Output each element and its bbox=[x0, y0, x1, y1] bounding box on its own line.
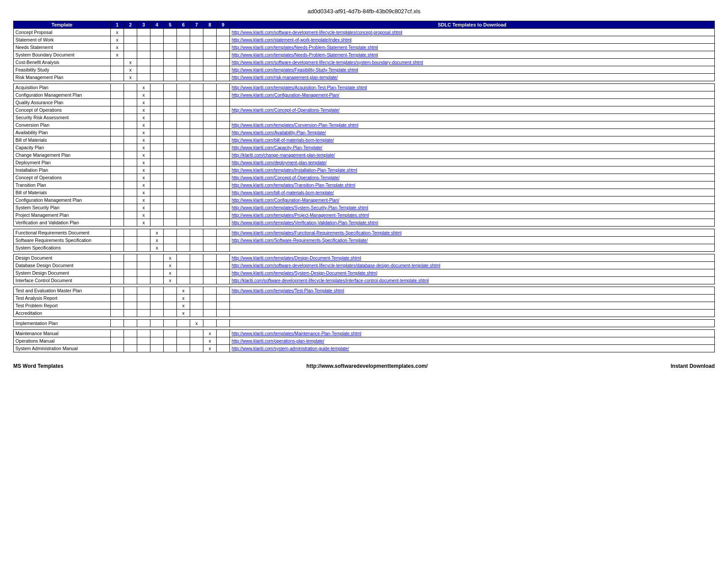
table-row: Risk Management Planxhttp://www.klariti.… bbox=[14, 74, 715, 81]
sdlc-link-cell[interactable]: http://www.klariti.com/templates/Project… bbox=[230, 212, 715, 219]
phase-9-cell bbox=[217, 254, 230, 262]
sdlc-link-cell[interactable]: http://www.klariti.com/templates/Install… bbox=[230, 166, 715, 174]
phase-6-cell bbox=[177, 237, 190, 244]
sdlc-link[interactable]: http://www.klariti.com/templates/Needs-P… bbox=[232, 45, 378, 50]
phase-7-cell bbox=[190, 136, 203, 144]
sdlc-link[interactable]: http://www.klariti.com/templates/System-… bbox=[232, 205, 368, 210]
sdlc-link[interactable]: http://www.klariti.com/software-developm… bbox=[232, 263, 440, 268]
sdlc-link-cell[interactable]: http://www.klariti.com/templates/Functio… bbox=[230, 229, 715, 237]
phase-8-cell bbox=[203, 212, 217, 219]
phase-5-cell bbox=[164, 196, 177, 204]
sdlc-link-cell[interactable]: http://www.klariti.com/software-developm… bbox=[230, 29, 715, 36]
sdlc-link-cell[interactable]: http://www.klariti.com/statement-of-work… bbox=[230, 36, 715, 44]
table-row: Security Risk Assessmentx bbox=[14, 114, 715, 121]
sdlc-link[interactable]: http://klariti.com/software-development-… bbox=[232, 278, 429, 283]
phase-2-cell bbox=[124, 244, 137, 252]
sdlc-link-cell[interactable]: http://www.klariti.com/templates/System-… bbox=[230, 269, 715, 277]
sdlc-link-cell[interactable]: http://www.klariti.com/Capacity-Plan-Tem… bbox=[230, 144, 715, 151]
sdlc-link[interactable]: http://www.klariti.com/bill-of-materials… bbox=[232, 138, 334, 143]
sdlc-link-cell[interactable]: http://www.klariti.com/templates/System-… bbox=[230, 204, 715, 212]
sdlc-link[interactable]: http://www.klariti.com/templates/Acquisi… bbox=[232, 85, 367, 90]
sdlc-link[interactable]: http://www.klariti.com/operations-plan-t… bbox=[232, 339, 324, 344]
sdlc-link[interactable]: http://www.klariti.com/templates/Feasibi… bbox=[232, 68, 358, 72]
sdlc-link-cell[interactable]: http://www.klariti.com/templates/Needs-P… bbox=[230, 51, 715, 59]
phase-9-cell bbox=[217, 345, 230, 352]
sdlc-link-cell[interactable]: http://www.klariti.com/software-developm… bbox=[230, 59, 715, 66]
sdlc-link-cell[interactable]: http://www.klariti.com/templates/Test-Pl… bbox=[230, 287, 715, 295]
sdlc-link[interactable]: http://www.klariti.com/software-developm… bbox=[232, 30, 402, 35]
sdlc-link[interactable]: http://www.klariti.com/Capacity-Plan-Tem… bbox=[232, 145, 323, 150]
sdlc-link-cell[interactable]: http://www.klariti.com/Availability-Plan… bbox=[230, 129, 715, 136]
sdlc-link[interactable]: http://www.klariti.com/Concept-of-Operat… bbox=[232, 108, 340, 113]
phase-2-cell bbox=[124, 159, 137, 166]
phase-9-cell bbox=[217, 121, 230, 129]
phase-8-cell bbox=[203, 302, 217, 310]
phase-1-cell bbox=[111, 244, 124, 252]
sdlc-link-cell[interactable]: http://www.klariti.com/operations-plan-t… bbox=[230, 337, 715, 345]
sdlc-link-cell[interactable]: http://www.klariti.com/Concept-of-Operat… bbox=[230, 106, 715, 114]
sdlc-link[interactable]: http://www.klariti.com/templates/System-… bbox=[232, 271, 377, 276]
phase-6-cell bbox=[177, 219, 190, 227]
sdlc-link[interactable]: http://www.klariti.com/templates/Needs-P… bbox=[232, 53, 378, 57]
sdlc-link-cell[interactable]: http://klariti.com/software-development-… bbox=[230, 277, 715, 284]
template-name: Project Management Plan bbox=[14, 212, 111, 219]
sdlc-link-cell[interactable]: http://www.klariti.com/templates/Feasibi… bbox=[230, 66, 715, 74]
sdlc-link-cell[interactable]: http://www.klariti.com/templates/Verific… bbox=[230, 219, 715, 227]
sdlc-link[interactable]: http://www.klariti.com/Software-Requirem… bbox=[232, 238, 368, 243]
phase-7-cell bbox=[190, 189, 203, 196]
sdlc-link[interactable]: http://klariti.com/change-management-pla… bbox=[232, 153, 335, 158]
phase-7-cell bbox=[190, 166, 203, 174]
sdlc-link-cell[interactable]: http://klariti.com/change-management-pla… bbox=[230, 151, 715, 159]
sdlc-link-cell[interactable]: http://www.klariti.com/templates/Needs-P… bbox=[230, 44, 715, 51]
sdlc-link[interactable]: http://www.klariti.com/templates/Mainten… bbox=[232, 331, 361, 336]
sdlc-link-cell[interactable]: http://www.klariti.com/templates/Mainten… bbox=[230, 330, 715, 337]
phase-7-cell bbox=[190, 121, 203, 129]
sdlc-link[interactable]: http://www.klariti.com/system-administra… bbox=[232, 346, 349, 351]
sdlc-link[interactable]: http://www.klariti.com/templates/Test-Pl… bbox=[232, 288, 344, 293]
phase-6-cell bbox=[177, 269, 190, 277]
phase-5-cell bbox=[164, 74, 177, 81]
sdlc-link-cell[interactable]: http://www.klariti.com/deployment-plan-t… bbox=[230, 159, 715, 166]
phase-2-cell bbox=[124, 212, 137, 219]
phase-5-cell bbox=[164, 91, 177, 99]
sdlc-link[interactable]: http://www.klariti.com/Concept-of-Operat… bbox=[232, 175, 340, 180]
sdlc-link[interactable]: http://www.klariti.com/templates/Convers… bbox=[232, 123, 358, 128]
sdlc-link[interactable]: http://www.klariti.com/templates/Project… bbox=[232, 213, 369, 218]
phase-9-cell bbox=[217, 91, 230, 99]
sdlc-link[interactable]: http://www.klariti.com/templates/Design-… bbox=[232, 256, 361, 261]
sdlc-link-cell[interactable]: http://www.klariti.com/software-developm… bbox=[230, 262, 715, 269]
sdlc-link-cell[interactable]: http://www.klariti.com/Software-Requirem… bbox=[230, 237, 715, 244]
sdlc-link[interactable]: http://www.klariti.com/Configuration-Man… bbox=[232, 93, 339, 98]
sdlc-link[interactable]: http://www.klariti.com/software-developm… bbox=[232, 60, 423, 65]
phase-4-cell bbox=[150, 29, 164, 36]
sdlc-link[interactable]: http://www.klariti.com/templates/Transit… bbox=[232, 183, 355, 188]
sdlc-link-cell[interactable]: http://www.klariti.com/system-administra… bbox=[230, 345, 715, 352]
phase-8-cell bbox=[203, 136, 217, 144]
sdlc-link-cell[interactable]: http://www.klariti.com/bill-of-materials… bbox=[230, 189, 715, 196]
sdlc-link[interactable]: http://www.klariti.com/Availability-Plan… bbox=[232, 130, 326, 135]
sdlc-link-cell[interactable]: http://www.klariti.com/Configuration-Man… bbox=[230, 196, 715, 204]
sdlc-link-cell[interactable]: http://www.klariti.com/bill-of-materials… bbox=[230, 136, 715, 144]
sdlc-link-cell[interactable]: http://www.klariti.com/templates/Transit… bbox=[230, 181, 715, 189]
phase-1-cell bbox=[111, 262, 124, 269]
sdlc-link-cell[interactable]: http://www.klariti.com/templates/Convers… bbox=[230, 121, 715, 129]
sdlc-link-cell[interactable]: http://www.klariti.com/templates/Design-… bbox=[230, 254, 715, 262]
sdlc-link[interactable]: http://www.klariti.com/statement-of-work… bbox=[232, 38, 352, 42]
phase-9-cell bbox=[217, 44, 230, 51]
sdlc-link-cell[interactable]: http://www.klariti.com/Concept-of-Operat… bbox=[230, 174, 715, 181]
table-wrapper: Template 1 2 3 4 5 6 7 8 9 SDLC Template… bbox=[0, 21, 728, 352]
table-row: Acquisition Planxhttp://www.klariti.com/… bbox=[14, 84, 715, 91]
sdlc-link[interactable]: http://www.klariti.com/risk-management-p… bbox=[232, 75, 338, 80]
sdlc-link-cell[interactable]: http://www.klariti.com/templates/Acquisi… bbox=[230, 84, 715, 91]
sdlc-link[interactable]: http://www.klariti.com/templates/Install… bbox=[232, 168, 357, 173]
sdlc-link-cell[interactable]: http://www.klariti.com/risk-management-p… bbox=[230, 74, 715, 81]
sdlc-link[interactable]: http://www.klariti.com/templates/Verific… bbox=[232, 220, 378, 225]
sdlc-link[interactable]: http://www.klariti.com/bill-of-materials… bbox=[232, 190, 334, 195]
sdlc-link[interactable]: http://www.klariti.com/Configuration-Man… bbox=[232, 198, 339, 203]
phase-4-cell bbox=[150, 262, 164, 269]
sdlc-link-cell[interactable]: http://www.klariti.com/Configuration-Man… bbox=[230, 91, 715, 99]
sdlc-link[interactable]: http://www.klariti.com/templates/Functio… bbox=[232, 230, 402, 235]
phase-4-cell bbox=[150, 287, 164, 295]
sdlc-link[interactable]: http://www.klariti.com/deployment-plan-t… bbox=[232, 160, 326, 165]
phase-2-cell bbox=[124, 174, 137, 181]
